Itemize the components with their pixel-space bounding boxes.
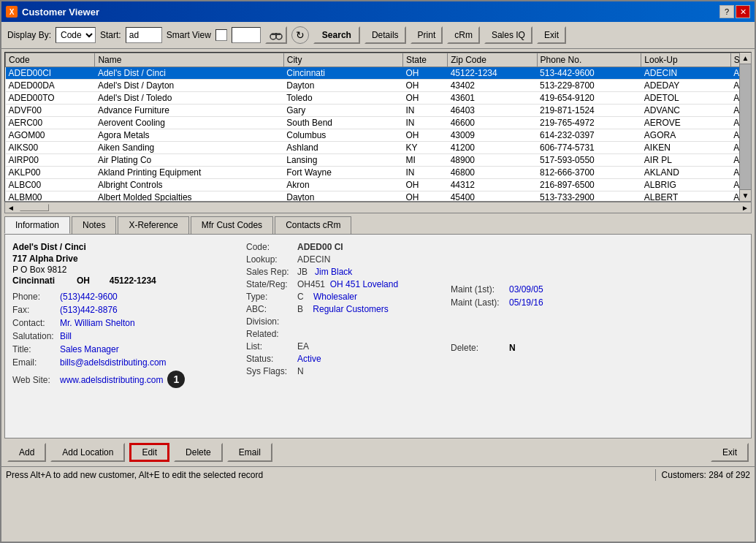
cell-phone: 513-229-8700 bbox=[537, 80, 641, 92]
cell-phone: 419-654-9120 bbox=[537, 92, 641, 105]
print-button[interactable]: Print bbox=[411, 26, 443, 44]
start-label: Start: bbox=[100, 30, 121, 40]
refresh-button[interactable]: ↻ bbox=[291, 26, 309, 44]
salesrep-label: Sales Rep: bbox=[246, 267, 297, 277]
type-row: Type: C Wholesaler bbox=[246, 292, 436, 302]
cell-lookup: ADETOL bbox=[641, 92, 730, 105]
cell-name: Adel's Dist / Dayton bbox=[95, 80, 283, 92]
email-button[interactable]: Email bbox=[227, 443, 272, 462]
tab-content: Adel's Dist / Cinci 717 Alpha Drive P O … bbox=[4, 234, 752, 438]
type-name[interactable]: Wholesaler bbox=[313, 292, 357, 302]
svg-rect-3 bbox=[272, 34, 275, 35]
help-button[interactable]: ? bbox=[719, 5, 734, 18]
binoculars-icon-button[interactable] bbox=[265, 26, 287, 44]
title-value[interactable]: Sales Manager bbox=[60, 344, 119, 354]
table-row[interactable]: ADED00DAAdel's Dist / DaytonDaytonOH4340… bbox=[6, 80, 751, 92]
delete-row: Delete: N bbox=[451, 343, 543, 353]
cell-lookup: AIR PL bbox=[641, 154, 730, 167]
list-value: EA bbox=[297, 341, 309, 352]
svg-rect-4 bbox=[278, 34, 280, 35]
salutation-value[interactable]: Bill bbox=[60, 331, 72, 341]
cell-code: AIRP00 bbox=[6, 154, 95, 167]
add-button[interactable]: Add bbox=[7, 443, 46, 462]
cell-code: ADED00TO bbox=[6, 92, 95, 105]
detail-right-col: Maint (1st): 03/09/05 Maint (Last): 05/1… bbox=[451, 242, 543, 391]
data-table-wrapper: Code Name City State Zip Code Phone No. … bbox=[4, 52, 752, 202]
cell-code: AERC00 bbox=[6, 117, 95, 129]
customer-table: Code Name City State Zip Code Phone No. … bbox=[5, 53, 751, 202]
tab-x-reference[interactable]: X-Reference bbox=[118, 216, 188, 234]
phone-value[interactable]: (513)442-9600 bbox=[60, 292, 118, 302]
cell-lookup: ADEDAY bbox=[641, 80, 730, 92]
type-label: Type: bbox=[246, 292, 297, 302]
tab-information[interactable]: Information bbox=[4, 216, 70, 234]
sysflags-row: Sys Flags: N bbox=[246, 366, 436, 376]
start-input[interactable] bbox=[126, 27, 162, 43]
maint-last-row: Maint (Last): 05/19/16 bbox=[451, 297, 543, 308]
cell-city: Toledo bbox=[283, 92, 402, 105]
cell-zip: 46800 bbox=[448, 167, 537, 179]
col-header-phone: Phone No. bbox=[537, 53, 641, 67]
email-value[interactable]: bills@adelsdistributing.com bbox=[60, 357, 167, 368]
contact-value[interactable]: Mr. William Shelton bbox=[60, 318, 135, 328]
horizontal-scrollbar[interactable]: ◄ ► bbox=[4, 202, 752, 213]
hscroll-left-button[interactable]: ◄ bbox=[5, 204, 17, 212]
title-row: Title: Sales Manager bbox=[12, 344, 232, 354]
close-button[interactable]: ✕ bbox=[736, 5, 750, 18]
status-left-text: Press Alt+A to add new customer, Alt+E t… bbox=[6, 470, 649, 480]
cell-phone: 606-774-5731 bbox=[537, 142, 641, 154]
fax-value[interactable]: (513)442-8876 bbox=[60, 305, 118, 315]
cell-lookup: ADVANC bbox=[641, 105, 730, 117]
scroll-down-button[interactable]: ▼ bbox=[740, 189, 751, 201]
tab-mfr-cust-codes[interactable]: Mfr Cust Codes bbox=[191, 216, 273, 234]
abc-name[interactable]: Regular Customers bbox=[313, 304, 388, 314]
col-header-zip: Zip Code bbox=[448, 53, 537, 67]
salesrep-code: JB bbox=[297, 267, 308, 277]
table-row[interactable]: ALBC00Albright ControlsAkronOH44312216-8… bbox=[6, 179, 751, 191]
add-location-button[interactable]: Add Location bbox=[50, 443, 125, 462]
cell-name: Akland Printing Equipment bbox=[95, 167, 283, 179]
smart-view-label: Smart View bbox=[167, 30, 211, 40]
search-button[interactable]: Search bbox=[313, 26, 360, 44]
salesrep-name[interactable]: Jim Black bbox=[315, 267, 352, 277]
smart-view-input[interactable] bbox=[232, 27, 261, 43]
table-row[interactable]: ADED00TOAdel's Dist / ToledoToledoOH4360… bbox=[6, 92, 751, 105]
table-row[interactable]: ALBM00Albert Molded SpcialtiesDaytonOH45… bbox=[6, 191, 751, 202]
smart-view-checkbox[interactable] bbox=[215, 29, 227, 41]
cell-state: OH bbox=[402, 92, 447, 105]
salesrep-row: Sales Rep: JB Jim Black bbox=[246, 267, 436, 277]
detail-middle-col: Code: ADED00 CI Lookup: ADECIN Sales Rep… bbox=[246, 242, 436, 391]
table-row[interactable]: AIRP00Air Plating CoLansingMI48900517-59… bbox=[6, 154, 751, 167]
code-field-value2: CI bbox=[335, 242, 343, 252]
list-label: List: bbox=[246, 341, 297, 352]
table-row[interactable]: AERC00Aerovent CoolingSouth BendIN466002… bbox=[6, 117, 751, 129]
hscroll-right-button[interactable]: ► bbox=[739, 204, 751, 212]
table-row[interactable]: ADVF00Advance FurnitureGaryIN46403219-87… bbox=[6, 105, 751, 117]
table-row[interactable]: ADED00CIAdel's Dist / CinciCincinnatiOH4… bbox=[6, 67, 751, 80]
details-button[interactable]: Details bbox=[364, 26, 406, 44]
exit-bottom-button[interactable]: Exit bbox=[711, 443, 749, 462]
display-by-select[interactable]: Code bbox=[56, 27, 96, 43]
website-value[interactable]: www.adelsdistributing.com bbox=[60, 375, 163, 385]
division-row: Division: bbox=[246, 316, 436, 327]
tab-notes[interactable]: Notes bbox=[72, 216, 116, 234]
cell-state: IN bbox=[402, 167, 447, 179]
tab-contacts-crm[interactable]: Contacts cRm bbox=[275, 216, 351, 234]
edit-button[interactable]: Edit bbox=[129, 443, 169, 462]
status-value[interactable]: Active bbox=[297, 354, 321, 364]
phone-row: Phone: (513)442-9600 bbox=[12, 292, 232, 302]
exit-toolbar-button[interactable]: Exit bbox=[537, 26, 566, 44]
code-field-value1: ADED00 bbox=[297, 242, 332, 252]
table-row[interactable]: AGOM00Agora MetalsColumbusOH43009614-232… bbox=[6, 129, 751, 142]
scroll-track[interactable] bbox=[740, 64, 751, 189]
sales-iq-button[interactable]: Sales IQ bbox=[484, 26, 532, 44]
statereg-name[interactable]: OH 451 Loveland bbox=[330, 279, 398, 289]
vertical-scrollbar[interactable]: ▲ ▼ bbox=[739, 53, 751, 201]
delete-label: Delete: bbox=[451, 343, 509, 353]
table-row[interactable]: AKLP00Akland Printing EquipmentFort Wayn… bbox=[6, 167, 751, 179]
delete-button[interactable]: Delete bbox=[174, 443, 223, 462]
scroll-up-button[interactable]: ▲ bbox=[740, 53, 751, 64]
table-row[interactable]: AIKS00Aiken SandingAshlandKY41200606-774… bbox=[6, 142, 751, 154]
hscroll-thumb[interactable] bbox=[20, 204, 49, 211]
crm-button[interactable]: cRm bbox=[447, 26, 480, 44]
